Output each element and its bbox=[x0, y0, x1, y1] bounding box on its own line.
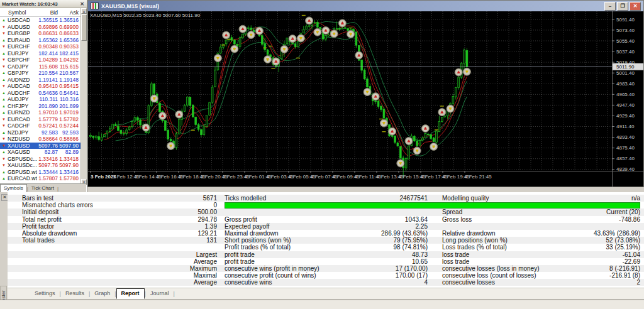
ask-value: 82.89 bbox=[58, 149, 80, 156]
market-watch-row[interactable]: ▼AUDCAD0.954100.95415 bbox=[0, 83, 87, 90]
market-watch-row[interactable]: ▲AUDJPY110.311110.316 bbox=[0, 96, 87, 103]
market-watch-row[interactable]: ▲USDCAD1.365151.36516 bbox=[0, 17, 87, 24]
close-icon[interactable]: ✕ bbox=[630, 2, 641, 11]
down-arrow-icon: ▼ bbox=[0, 24, 8, 31]
svg-text:4911.40: 4911.40 bbox=[616, 124, 635, 129]
column-ask[interactable]: Ask bbox=[58, 9, 79, 16]
market-watch-row[interactable]: ▼EURCHF0.903480.90353 bbox=[0, 43, 87, 50]
tab-tick-chart[interactable]: Tick Chart bbox=[28, 185, 57, 192]
report-value: 48.73 bbox=[350, 251, 428, 258]
tab-settings[interactable]: Settings bbox=[30, 288, 60, 299]
bid-value: 82.87 bbox=[37, 149, 58, 156]
symbol-label: XAUUSD bbox=[8, 143, 37, 149]
tab-results[interactable]: Results bbox=[61, 288, 89, 299]
market-watch-scrollbar[interactable]: ▴ ▾ bbox=[80, 8, 87, 185]
report-value: Maximum bbox=[148, 265, 217, 272]
symbol-label: AUDNZD bbox=[8, 77, 37, 84]
market-watch-row[interactable]: ▲CHFJPY201.890201.899 bbox=[0, 103, 87, 110]
bid-value: 0.54636 bbox=[37, 90, 58, 97]
bid-value: 1.04289 bbox=[37, 57, 58, 63]
report-value: 0 bbox=[148, 202, 217, 209]
column-bid[interactable]: Bid bbox=[35, 9, 58, 16]
bid-value: 0.95410 bbox=[37, 83, 58, 90]
market-watch-row[interactable]: ▼EURGBP0.866310.86633 bbox=[0, 30, 87, 37]
svg-text:5091.40: 5091.40 bbox=[616, 17, 635, 23]
report-row: Averageprofit trade10.65loss trade-22.69 bbox=[8, 258, 644, 265]
scrollbar-thumb[interactable] bbox=[81, 14, 87, 41]
market-watch-row[interactable]: ▼AUDUSD0.698960.69900 bbox=[0, 24, 87, 31]
restore-icon[interactable]: ❐ bbox=[617, 2, 628, 11]
symbol-label: GBPCHF bbox=[8, 57, 37, 63]
bid-value: 5097.76 bbox=[37, 143, 58, 149]
market-watch-row[interactable]: ▼CADJPY115.608115.615 bbox=[0, 63, 87, 70]
market-watch-row[interactable]: ▲NZDJPY92.58392.593 bbox=[0, 129, 87, 136]
report-label: consecutive losses (loss in money) bbox=[428, 265, 572, 272]
report-value: Average bbox=[148, 258, 217, 265]
minimize-icon[interactable]: – bbox=[604, 2, 616, 11]
down-arrow-icon: ▼ bbox=[0, 57, 8, 63]
report-value: -748.86 bbox=[572, 216, 644, 223]
up-arrow-icon: ▲ bbox=[0, 37, 8, 44]
symbol-label: AUDJPY bbox=[8, 96, 37, 103]
down-arrow-icon: ▼ bbox=[0, 30, 8, 37]
market-watch-row[interactable]: ▲EURAUD1.653621.65366 bbox=[0, 37, 87, 44]
ask-value: 1.57780 bbox=[58, 175, 80, 182]
market-watch-row[interactable]: ▲XAGUSD82.8782.89 bbox=[0, 149, 87, 156]
ask-value: 1.36516 bbox=[58, 17, 80, 24]
close-icon[interactable]: ✕ bbox=[79, 1, 85, 7]
market-watch-row[interactable]: ▼NZDUSD0.586640.58666 bbox=[0, 136, 87, 143]
up-arrow-icon: ▲ bbox=[0, 149, 8, 156]
down-arrow-icon: ▼ bbox=[0, 122, 8, 129]
svg-text:5001.40: 5001.40 bbox=[616, 70, 635, 76]
market-watch-row[interactable]: ▲EURJPY182.414182.415 bbox=[0, 50, 87, 57]
market-watch-row[interactable]: ▲GBPJPY210.554210.567 bbox=[0, 70, 87, 77]
market-watch-row[interactable]: ▲EURCAD.wt1.578071.57780 bbox=[0, 175, 87, 182]
report-row: Maximumconsecutive wins (profit in money… bbox=[8, 265, 644, 272]
tab-journal[interactable]: Journal bbox=[146, 288, 174, 299]
symbol-label: EURAUD bbox=[8, 37, 37, 44]
chart-titlebar[interactable]: XAUUSD,M15 (visual) – ❐ ✕ bbox=[88, 1, 643, 11]
market-watch-row[interactable]: ▼EURCAD1.577791.57782 bbox=[0, 116, 87, 123]
svg-text:5037.40: 5037.40 bbox=[616, 49, 635, 55]
tab-report[interactable]: Report bbox=[116, 288, 145, 299]
market-watch-row[interactable]: ▲AUDCHF0.546360.54641 bbox=[0, 90, 87, 97]
market-watch-row[interactable]: ▼XAUUSD5097.765097.90 bbox=[0, 143, 87, 149]
bid-value: 115.608 bbox=[37, 63, 58, 70]
market-watch-row[interactable]: ▼CADCHF0.572410.57244 bbox=[0, 122, 87, 129]
column-symbol[interactable]: Symbol bbox=[0, 9, 35, 16]
market-watch-row[interactable]: ▲AUDNZD1.191411.19148 bbox=[0, 77, 87, 84]
report-value: 2.25 bbox=[350, 223, 428, 230]
report-label: consecutive loss (count of losses) bbox=[428, 272, 572, 279]
scroll-up-icon[interactable]: ▴ bbox=[81, 8, 87, 14]
market-watch-row[interactable]: ▼GBPCHF1.042891.04292 bbox=[0, 57, 87, 63]
market-watch-row[interactable]: ▼GBPUSDc...1.334161.33418 bbox=[0, 156, 87, 163]
ask-value: 0.86633 bbox=[58, 30, 80, 37]
svg-text:4965.40: 4965.40 bbox=[616, 92, 635, 97]
svg-text:4947.40: 4947.40 bbox=[616, 102, 635, 108]
report-value: 33 (25.19%) bbox=[572, 244, 644, 251]
market-watch-titlebar: Market Watch: 16:03:43 ✕ bbox=[0, 0, 87, 8]
up-arrow-icon: ▲ bbox=[0, 103, 8, 110]
market-watch-row[interactable]: ▲EURNZD1.970101.97019 bbox=[0, 109, 87, 116]
down-arrow-icon: ▼ bbox=[0, 143, 8, 149]
report-value: 131 bbox=[148, 237, 217, 244]
status-bar bbox=[0, 300, 644, 309]
mt4-app: Market Watch: 16:03:43 ✕ Symbol Bid Ask … bbox=[0, 0, 644, 309]
ask-value: 1.33416 bbox=[58, 169, 80, 176]
tab-graph[interactable]: Graph bbox=[90, 288, 114, 299]
report-value: 24677541 bbox=[350, 195, 428, 202]
market-watch-row[interactable]: ▼XAUUSDc...5097.765097.90 bbox=[0, 162, 87, 169]
report-label: profit trade bbox=[217, 258, 350, 265]
tab-symbols[interactable]: Symbols bbox=[0, 184, 27, 192]
ask-value: 0.90353 bbox=[58, 43, 80, 50]
ask-value: 0.95415 bbox=[58, 83, 80, 90]
symbol-label: XAUUSDc... bbox=[8, 162, 37, 169]
report-label: Expected payoff bbox=[217, 223, 350, 230]
bid-value: 110.311 bbox=[37, 96, 58, 103]
up-arrow-icon: ▲ bbox=[0, 77, 8, 84]
report-row: Bars in test5671Ticks modelled24677541Mo… bbox=[8, 195, 644, 202]
ask-value: 1.65366 bbox=[58, 37, 80, 44]
svg-text:4893.40: 4893.40 bbox=[616, 134, 635, 140]
price-chart[interactable]: 5091.405073.405055.405037.405019.405001.… bbox=[88, 11, 643, 187]
market-watch-row[interactable]: ▲GBPUSD.wt1.334441.33416 bbox=[0, 169, 87, 176]
